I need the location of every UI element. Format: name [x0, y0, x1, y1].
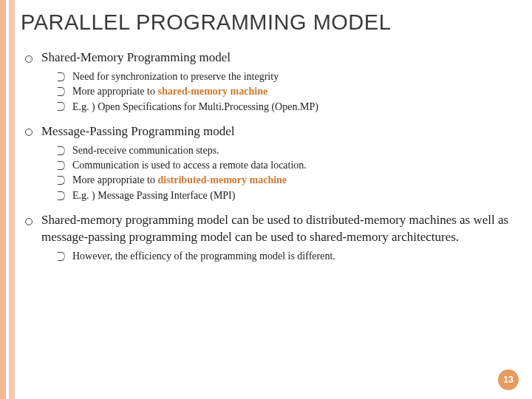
sub-item: E.g. ) Message Passing Interface (MPI): [58, 188, 520, 203]
sub-list: Need for synchronization to preserve the…: [41, 69, 520, 115]
list-item-heading: Shared-Memory Programming model: [41, 50, 231, 64]
sub-item: However, the efficiency of the programmi…: [58, 249, 520, 264]
page-number: 13: [503, 375, 513, 385]
sub-item: E.g. ) Open Specifications for Multi.Pro…: [58, 100, 520, 115]
page-number-badge: 13: [498, 369, 519, 390]
sub-item-highlight: shared-memory machine: [157, 86, 267, 97]
accent-stripe-outer: [0, 0, 6, 399]
list-item: Message-Passing Programming model Send-r…: [25, 123, 520, 203]
sub-item-text: Need for synchronization to preserve the…: [72, 71, 279, 82]
sub-item-text: Communication is used to access a remote…: [72, 160, 307, 171]
sub-item-text: However, the efficiency of the programmi…: [72, 250, 335, 262]
list-item-heading: Shared-memory programming model can be u…: [41, 213, 508, 244]
accent-stripe-inner: [9, 0, 15, 399]
bullet-list: Shared-Memory Programming model Need for…: [21, 50, 520, 264]
sub-item: Need for synchronization to preserve the…: [58, 69, 520, 84]
sub-item-text: Send-receive communication steps.: [72, 145, 219, 156]
slide-content: PARALLEL PROGRAMMING MODEL Shared-Memory…: [21, 6, 520, 393]
sub-item-highlight: distributed-memory machine: [157, 174, 287, 185]
sub-item: Send-receive communication steps.: [58, 143, 520, 158]
sub-item-text: More appropriate to: [72, 174, 157, 185]
sub-item: More appropriate to distributed-memory m…: [58, 173, 520, 188]
sub-item: More appropriate to shared-memory machin…: [58, 84, 520, 99]
list-item: Shared-memory programming model can be u…: [25, 212, 520, 264]
slide-title: PARALLEL PROGRAMMING MODEL: [21, 10, 520, 35]
sub-item-text: E.g. ) Open Specifications for Multi.Pro…: [72, 101, 318, 112]
sub-item-text: More appropriate to: [72, 86, 157, 97]
sub-item: Communication is used to access a remote…: [58, 158, 520, 173]
list-item-heading: Message-Passing Programming model: [41, 124, 235, 138]
list-item: Shared-Memory Programming model Need for…: [25, 50, 520, 115]
sub-list: Send-receive communication steps. Commun…: [41, 143, 520, 203]
sub-list: However, the efficiency of the programmi…: [41, 249, 520, 264]
sub-item-text: E.g. ) Message Passing Interface (MPI): [72, 190, 235, 201]
